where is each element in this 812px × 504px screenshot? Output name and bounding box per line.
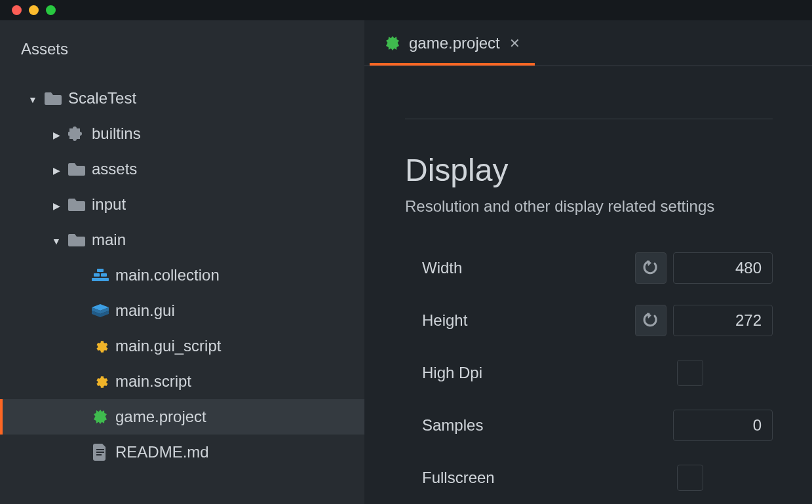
- tree-item-scaletest[interactable]: ▼ScaleTest: [0, 81, 364, 116]
- svg-rect-0: [97, 269, 104, 272]
- field-label: Height: [405, 311, 635, 330]
- folder-icon: [68, 196, 85, 213]
- close-icon[interactable]: ✕: [509, 35, 520, 51]
- high-dpi-checkbox[interactable]: [677, 360, 703, 386]
- field-height: Height: [405, 294, 773, 347]
- field-label: Fullscreen: [405, 469, 635, 487]
- field-label: Width: [405, 259, 635, 277]
- width-input[interactable]: [673, 252, 773, 284]
- collection-icon: [92, 267, 109, 284]
- tree-item-label: assets: [92, 160, 137, 178]
- tree-item-builtins[interactable]: ▶builtins: [0, 116, 364, 151]
- field-samples: Samples: [405, 399, 773, 452]
- cog-icon: [92, 338, 109, 355]
- fullscreen-checkbox[interactable]: [677, 465, 703, 491]
- reset-button[interactable]: [635, 305, 667, 336]
- tree-item-label: main.gui: [115, 301, 175, 320]
- samples-input[interactable]: [673, 410, 773, 441]
- project-icon: [384, 35, 401, 52]
- tree-item-main-collection[interactable]: ▶main.collection: [0, 258, 364, 293]
- field-label: Samples: [405, 416, 635, 435]
- tree-item-label: main.script: [115, 372, 191, 391]
- window-minimize-button[interactable]: [29, 5, 39, 15]
- tab-game-project[interactable]: game.project ✕: [370, 22, 535, 66]
- svg-rect-5: [96, 452, 104, 453]
- tree-item-label: input: [92, 195, 126, 214]
- chevron-down-icon[interactable]: ▼: [51, 236, 62, 246]
- window-zoom-button[interactable]: [46, 5, 56, 15]
- reset-button[interactable]: [635, 252, 667, 284]
- section-subtitle: Resolution and other display related set…: [405, 197, 773, 216]
- puzzle-icon: [68, 125, 85, 142]
- editor-area: game.project ✕ Display Resolution and ot…: [364, 20, 812, 504]
- tree-item-main-gui[interactable]: ▶main.gui: [0, 293, 364, 328]
- tree-item-readme-md[interactable]: ▶README.md: [0, 435, 364, 470]
- chevron-down-icon[interactable]: ▼: [28, 94, 38, 105]
- tree-item-main-gui-script[interactable]: ▶main.gui_script: [0, 328, 364, 364]
- assets-panel-title: Assets: [0, 40, 364, 81]
- tree-item-assets[interactable]: ▶assets: [0, 151, 364, 187]
- body: Assets ▼ScaleTest▶builtins▶assets▶input▼…: [0, 20, 812, 504]
- tree-item-main[interactable]: ▼main: [0, 222, 364, 258]
- field-high-dpi: High Dpi: [405, 347, 773, 399]
- svg-rect-6: [96, 454, 102, 456]
- field-width: Width: [405, 242, 773, 294]
- assets-panel: Assets ▼ScaleTest▶builtins▶assets▶input▼…: [0, 20, 364, 504]
- window-close-button[interactable]: [12, 5, 22, 15]
- tree-item-label: README.md: [115, 443, 209, 461]
- tree-item-label: ScaleTest: [68, 89, 136, 107]
- tree-item-label: builtins: [92, 125, 141, 143]
- assets-tree: ▼ScaleTest▶builtins▶assets▶input▼main▶ma…: [0, 81, 364, 470]
- folder-icon: [68, 231, 85, 248]
- cog-icon: [92, 373, 109, 390]
- titlebar: [0, 0, 812, 20]
- chevron-right-icon[interactable]: ▶: [51, 165, 62, 176]
- undo-icon: [642, 259, 660, 277]
- chevron-right-icon[interactable]: ▶: [51, 201, 62, 211]
- tree-item-label: game.project: [115, 408, 206, 426]
- undo-icon: [642, 311, 660, 330]
- app-window: Assets ▼ScaleTest▶builtins▶assets▶input▼…: [0, 0, 812, 504]
- section-title: Display: [405, 152, 773, 188]
- tab-bar: game.project ✕: [364, 20, 812, 66]
- traffic-lights: [12, 5, 56, 15]
- editor-content: Display Resolution and other display rel…: [364, 66, 812, 504]
- tree-item-main-script[interactable]: ▶main.script: [0, 364, 364, 399]
- height-input[interactable]: [673, 305, 773, 336]
- field-label: High Dpi: [405, 364, 635, 382]
- svg-rect-3: [92, 278, 109, 281]
- tree-item-label: main.collection: [115, 266, 220, 284]
- divider: [405, 119, 773, 119]
- field-fullscreen: Fullscreen: [405, 452, 773, 504]
- chevron-right-icon[interactable]: ▶: [51, 130, 62, 140]
- folder-icon: [45, 90, 62, 107]
- tree-item-input[interactable]: ▶input: [0, 187, 364, 222]
- tree-item-label: main: [92, 231, 126, 249]
- tree-item-label: main.gui_script: [115, 337, 221, 355]
- doc-icon: [92, 444, 109, 461]
- folder-icon: [68, 161, 85, 178]
- svg-rect-2: [101, 273, 107, 277]
- tab-label: game.project: [409, 34, 500, 52]
- fields: WidthHeightHigh DpiSamplesFullscreen: [405, 242, 773, 504]
- svg-rect-1: [94, 273, 100, 277]
- project-icon: [92, 408, 109, 425]
- svg-rect-4: [96, 449, 104, 450]
- tree-item-game-project[interactable]: ▶game.project: [0, 399, 364, 435]
- gui-icon: [92, 302, 109, 319]
